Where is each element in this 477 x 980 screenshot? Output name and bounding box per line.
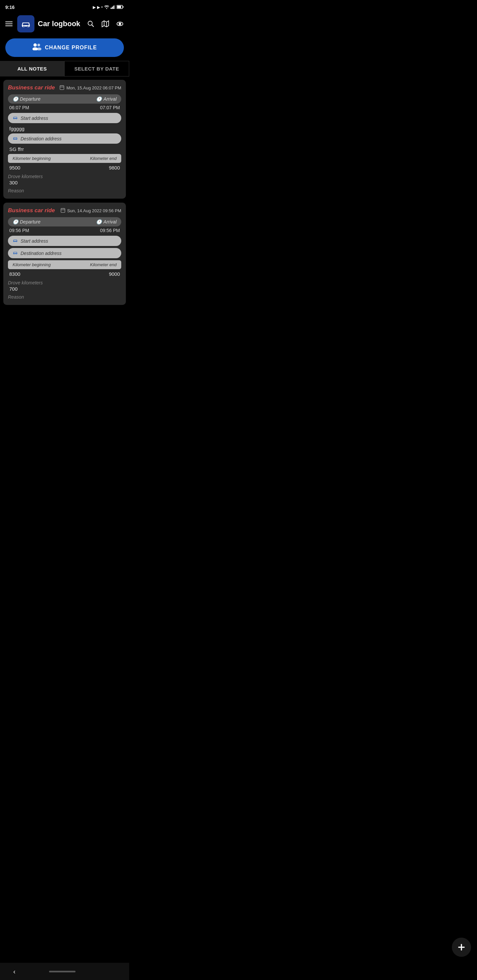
bottom-nav: ‹ <box>0 963 129 980</box>
svg-rect-2 <box>113 6 114 9</box>
arr-time-1: 09:56 PM <box>100 228 120 233</box>
tab-bar: ALL NOTES SELECT BY DATE <box>0 61 129 76</box>
calendar-icon-0 <box>59 85 65 91</box>
km-values-1: 8300 9000 <box>8 270 121 279</box>
svg-point-16 <box>37 44 40 46</box>
signal-icon <box>111 5 115 10</box>
home-pill[interactable] <box>49 971 75 972</box>
status-bar: 9:16 ▶ ▶ • <box>0 0 129 13</box>
status-time: 9:16 <box>5 5 14 10</box>
svg-line-8 <box>92 25 93 27</box>
drove-label-1: Drove kilometers <box>8 280 121 285</box>
reason-label-1: Reason <box>8 294 121 300</box>
km-values-0: 9500 9800 <box>8 164 121 172</box>
start-address-label-1: Start address <box>21 239 48 244</box>
svg-marker-9 <box>102 21 108 27</box>
km-end-label-1: Kilometer end <box>90 262 116 267</box>
arr-time-0: 07:07 PM <box>100 105 120 110</box>
app-logo <box>17 15 34 32</box>
drove-value-1: 700 <box>8 285 121 292</box>
times-row-0: 06:07 PM 07:07 PM <box>8 105 121 110</box>
change-profile-button[interactable]: CHANGE PROFILE <box>5 38 124 57</box>
wifi-icon <box>104 5 109 10</box>
clock-arr-icon-1: 🕐 <box>96 219 102 224</box>
battery-icon <box>116 5 124 10</box>
dest-address-field-0: Destination address <box>8 134 121 144</box>
ride-type-0: Business car ride <box>8 84 55 91</box>
back-button[interactable]: ‹ <box>13 968 16 975</box>
km-begin-label-0: Kilometer beginning <box>13 156 51 161</box>
dep-time-1: 09:56 PM <box>9 228 29 233</box>
km-end-val-1: 9000 <box>109 271 120 277</box>
drove-value-0: 300 <box>8 179 121 186</box>
start-address-field-1: Start address <box>8 236 121 246</box>
profile-icon <box>32 43 41 52</box>
arrival-label-1: 🕐 Arrival <box>96 219 116 224</box>
km-row-0: Kilometer beginning Kilometer end <box>8 154 121 163</box>
toolbar: Car logbook <box>0 13 129 35</box>
km-begin-val-0: 9500 <box>9 165 20 170</box>
ride-type-1: Business car ride <box>8 207 55 214</box>
times-row-1: 09:56 PM 09:56 PM <box>8 228 121 233</box>
km-end-val-0: 9800 <box>109 165 120 170</box>
svg-rect-5 <box>117 6 121 8</box>
calendar-icon-1 <box>60 208 65 214</box>
dest-address-label-1: Destination address <box>21 251 62 256</box>
map-button[interactable] <box>100 19 111 29</box>
km-begin-label-1: Kilometer beginning <box>13 262 51 267</box>
content-area: Business car ride Mon, 15.Aug 2022 06:07… <box>0 78 129 345</box>
ride-card-0-header: Business car ride Mon, 15.Aug 2022 06:07… <box>8 84 121 91</box>
dot-icon: • <box>101 5 103 10</box>
status-icons: ▶ ▶ • <box>93 5 124 10</box>
km-row-1: Kilometer beginning Kilometer end <box>8 260 121 269</box>
km-end-label-0: Kilometer end <box>90 156 116 161</box>
svg-rect-1 <box>112 6 113 9</box>
ride-date-text-1: Sun, 14.Aug 2022 09:56 PM <box>67 208 121 213</box>
car-icon-dest-0 <box>13 136 18 142</box>
svg-rect-18 <box>60 86 64 89</box>
reason-label-0: Reason <box>8 188 121 193</box>
ride-date-text-0: Mon, 15.Aug 2022 06:07 PM <box>66 86 121 91</box>
start-address-value-0: fggggg <box>8 125 121 134</box>
arrival-label-0: 🕐 Arrival <box>96 96 116 102</box>
clock-dep-icon-1: 🕐 <box>13 219 18 224</box>
svg-point-17 <box>37 48 41 51</box>
svg-rect-22 <box>61 208 65 212</box>
page-title: Car logbook <box>38 19 82 28</box>
car-icon-start-0 <box>13 115 18 121</box>
dep-arr-row-0: 🕐 Departure 🕐 Arrival <box>8 94 121 103</box>
change-profile-label: CHANGE PROFILE <box>45 45 97 51</box>
dep-time-0: 06:07 PM <box>9 105 29 110</box>
svg-rect-0 <box>111 8 112 9</box>
clock-dep-icon-0: 🕐 <box>13 96 18 102</box>
dest-address-label-0: Destination address <box>21 136 62 142</box>
car-icon-dest-1 <box>13 250 18 256</box>
menu-button[interactable] <box>4 20 14 27</box>
departure-label-0: 🕐 Departure <box>13 96 40 102</box>
clock-arr-icon-0: 🕐 <box>96 96 102 102</box>
svg-point-14 <box>34 43 37 47</box>
dep-arr-row-1: 🕐 Departure 🕐 Arrival <box>8 217 121 226</box>
drove-label-0: Drove kilometers <box>8 174 121 179</box>
start-address-label-0: Start address <box>21 116 48 121</box>
visibility-button[interactable] <box>115 19 125 29</box>
svg-point-13 <box>119 23 121 25</box>
start-address-field-0: Start address <box>8 113 121 123</box>
tab-select-by-date[interactable]: SELECT BY DATE <box>64 61 129 76</box>
toolbar-actions <box>85 19 125 29</box>
ride-card-1-header: Business car ride Sun, 14.Aug 2022 09:56… <box>8 207 121 214</box>
dest-address-field-1: Destination address <box>8 248 121 258</box>
ride-date-0: Mon, 15.Aug 2022 06:07 PM <box>59 85 121 91</box>
tab-all-notes[interactable]: ALL NOTES <box>0 61 64 76</box>
svg-rect-6 <box>123 6 124 8</box>
dest-address-value-0: SG ffrr <box>8 146 121 154</box>
search-button[interactable] <box>85 19 96 29</box>
media-icon-1: ▶ <box>93 5 96 10</box>
ride-card-1: Business car ride Sun, 14.Aug 2022 09:56… <box>3 203 126 305</box>
ride-card-0: Business car ride Mon, 15.Aug 2022 06:07… <box>3 80 126 199</box>
ride-date-1: Sun, 14.Aug 2022 09:56 PM <box>60 208 121 214</box>
media-icon-2: ▶ <box>97 5 100 10</box>
departure-label-1: 🕐 Departure <box>13 219 40 224</box>
svg-rect-3 <box>115 5 115 9</box>
car-icon-start-1 <box>13 238 18 244</box>
